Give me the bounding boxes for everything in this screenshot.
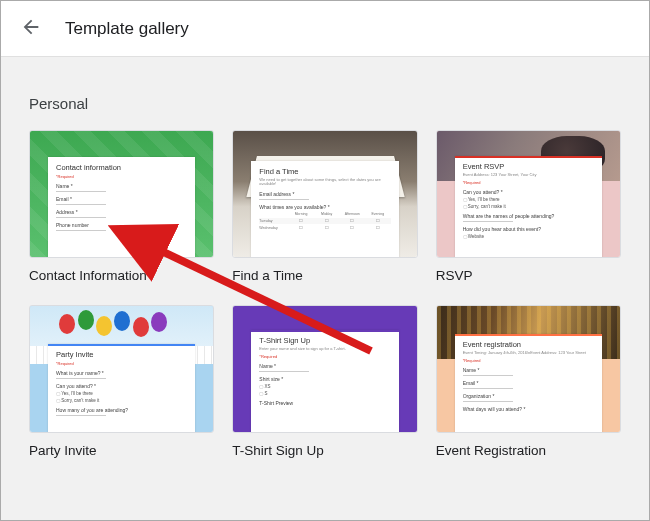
template-thumbnail: Party Invite *Required What is your name… [29,305,214,433]
section-label: Personal [29,95,621,112]
form-title: Event RSVP [463,162,594,171]
template-caption: Find a Time [232,268,417,283]
arrow-left-icon [20,16,42,42]
form-title: Party Invite [56,350,187,359]
template-thumbnail: Event RSVP Event Address: 123 Your Stree… [436,130,621,258]
template-caption: T-Shirt Sign Up [232,443,417,458]
back-button[interactable] [11,9,51,49]
template-card-contact-information[interactable]: Contact information *Required Name * Ema… [29,130,214,283]
template-thumbnail: Find a Time We need to get together abou… [232,130,417,258]
header: Template gallery [1,1,649,57]
template-caption: Contact Information [29,268,214,283]
template-card-find-a-time[interactable]: Find a Time We need to get together abou… [232,130,417,283]
template-thumbnail: Contact information *Required Name * Ema… [29,130,214,258]
form-title: Contact information [56,163,187,172]
template-caption: Party Invite [29,443,214,458]
template-card-rsvp[interactable]: Event RSVP Event Address: 123 Your Stree… [436,130,621,283]
content-area: Personal Contact information *Required N… [1,57,649,520]
page-title: Template gallery [65,19,189,39]
template-grid: Contact information *Required Name * Ema… [29,130,621,458]
form-title: Event registration [463,340,594,349]
template-caption: RSVP [436,268,621,283]
template-card-event-registration[interactable]: Event registration Event Timing: January… [436,305,621,458]
template-thumbnail: Event registration Event Timing: January… [436,305,621,433]
template-thumbnail: T-Shirt Sign Up Enter your name and size… [232,305,417,433]
template-caption: Event Registration [436,443,621,458]
form-title: Find a Time [259,167,390,176]
template-card-party-invite[interactable]: Party Invite *Required What is your name… [29,305,214,458]
template-card-tshirt-sign-up[interactable]: T-Shirt Sign Up Enter your name and size… [232,305,417,458]
form-title: T-Shirt Sign Up [259,336,390,345]
